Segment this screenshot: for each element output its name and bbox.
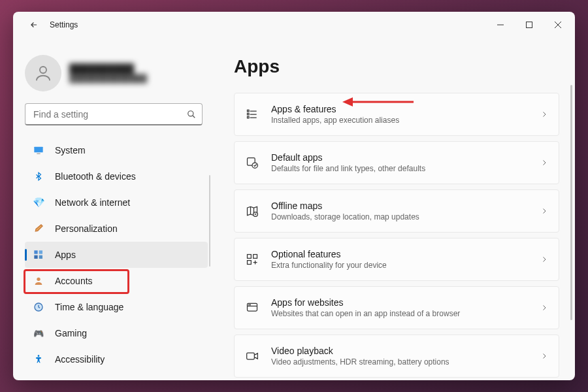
sidebar-item-gaming[interactable]: 🎮 Gaming bbox=[25, 320, 208, 346]
card-offline-maps[interactable]: Offline maps Downloads, storage location… bbox=[234, 189, 559, 233]
accessibility-icon bbox=[33, 353, 44, 365]
card-title: Video playback bbox=[271, 346, 529, 356]
sidebar: ██████████ ██████████████ System bbox=[13, 38, 216, 380]
sidebar-item-bluetooth[interactable]: Bluetooth & devices bbox=[25, 163, 208, 189]
card-text: Offline maps Downloads, storage location… bbox=[271, 201, 529, 221]
svg-rect-23 bbox=[248, 255, 252, 259]
brush-icon bbox=[33, 223, 44, 235]
website-app-icon bbox=[245, 301, 259, 315]
sidebar-item-personalization[interactable]: Personalization bbox=[25, 216, 208, 242]
svg-point-2 bbox=[40, 67, 46, 73]
gamepad-icon: 🎮 bbox=[33, 327, 44, 339]
card-optional-features[interactable]: Optional features Extra functionality fo… bbox=[234, 238, 559, 281]
chevron-right-icon bbox=[540, 255, 548, 263]
window-body: ██████████ ██████████████ System bbox=[13, 38, 575, 380]
svg-point-11 bbox=[37, 278, 40, 281]
card-title: Default apps bbox=[271, 152, 529, 163]
sidebar-item-label: Personalization bbox=[55, 223, 118, 234]
user-row[interactable]: ██████████ ██████████████ bbox=[25, 55, 210, 91]
content-scrollbar[interactable] bbox=[570, 85, 572, 320]
svg-rect-17 bbox=[248, 110, 250, 112]
svg-rect-24 bbox=[253, 255, 257, 259]
sidebar-item-time[interactable]: Time & language bbox=[25, 294, 208, 320]
window-controls bbox=[486, 15, 572, 35]
svg-rect-25 bbox=[248, 261, 252, 265]
sidebar-item-label: Time & language bbox=[55, 302, 123, 312]
card-subtitle: Websites that can open in an app instead… bbox=[271, 309, 529, 318]
sidebar-item-apps[interactable]: Apps bbox=[25, 242, 208, 268]
svg-rect-5 bbox=[34, 147, 42, 153]
card-title: Offline maps bbox=[271, 201, 529, 211]
sidebar-item-label: Apps bbox=[55, 250, 76, 260]
svg-rect-18 bbox=[248, 113, 250, 115]
card-text: Default apps Defaults for file and link … bbox=[271, 152, 529, 173]
svg-point-29 bbox=[250, 304, 251, 305]
card-title: Optional features bbox=[271, 249, 529, 259]
monitor-icon bbox=[33, 144, 44, 156]
settings-window: Settings ██████████ ██████████████ bbox=[13, 12, 575, 380]
main-content: Apps Apps & features Installed apps, app… bbox=[216, 38, 575, 380]
chevron-right-icon bbox=[540, 304, 548, 312]
bluetooth-icon bbox=[33, 171, 44, 182]
minimize-button[interactable] bbox=[486, 15, 515, 35]
card-text: Video playback Video adjustments, HDR st… bbox=[271, 346, 529, 367]
card-subtitle: Video adjustments, HDR streaming, batter… bbox=[271, 357, 529, 367]
user-email: ██████████████ bbox=[69, 74, 147, 83]
sidebar-item-accessibility[interactable]: Accessibility bbox=[25, 346, 208, 372]
card-subtitle: Installed apps, app execution aliases bbox=[271, 116, 529, 125]
default-app-icon bbox=[245, 155, 259, 170]
sidebar-item-label: Bluetooth & devices bbox=[55, 171, 136, 182]
card-subtitle: Extra functionality for your device bbox=[271, 261, 529, 270]
person-icon bbox=[33, 275, 44, 287]
sidebar-item-label: System bbox=[55, 145, 86, 155]
card-text: Apps for websites Websites that can open… bbox=[271, 297, 529, 318]
map-icon bbox=[245, 204, 259, 218]
video-icon bbox=[245, 349, 259, 363]
sidebar-scrollbar[interactable] bbox=[209, 175, 210, 267]
card-video-playback[interactable]: Video playback Video adjustments, HDR st… bbox=[234, 335, 559, 378]
close-button[interactable] bbox=[544, 15, 572, 35]
page-title: Apps bbox=[234, 56, 559, 77]
svg-rect-6 bbox=[37, 154, 40, 154]
svg-point-3 bbox=[188, 111, 193, 116]
sidebar-item-label: Accessibility bbox=[55, 354, 105, 365]
sidebar-item-label: Network & internet bbox=[55, 197, 130, 208]
svg-rect-10 bbox=[39, 255, 42, 259]
user-info: ██████████ ██████████████ bbox=[69, 63, 147, 83]
card-title: Apps for websites bbox=[271, 297, 529, 308]
card-apps-features[interactable]: Apps & features Installed apps, app exec… bbox=[234, 93, 559, 136]
svg-rect-7 bbox=[34, 250, 37, 253]
svg-line-4 bbox=[193, 116, 195, 118]
sidebar-item-system[interactable]: System bbox=[25, 137, 208, 163]
nav-list: System Bluetooth & devices 💎 Network & i… bbox=[25, 137, 210, 372]
chevron-right-icon bbox=[540, 352, 548, 360]
svg-point-28 bbox=[249, 304, 250, 305]
maximize-button[interactable] bbox=[515, 15, 544, 35]
card-subtitle: Downloads, storage location, map updates bbox=[271, 212, 529, 221]
chevron-right-icon bbox=[540, 110, 548, 118]
clock-globe-icon bbox=[33, 301, 44, 313]
search-wrap bbox=[25, 103, 203, 125]
sidebar-item-network[interactable]: 💎 Network & internet bbox=[25, 189, 208, 216]
wifi-icon: 💎 bbox=[33, 197, 44, 208]
chevron-right-icon bbox=[540, 207, 548, 215]
card-default-apps[interactable]: Default apps Defaults for file and link … bbox=[234, 141, 559, 184]
back-button[interactable] bbox=[24, 14, 44, 35]
sidebar-item-accounts[interactable]: Accounts bbox=[25, 268, 208, 294]
card-apps-for-websites[interactable]: Apps for websites Websites that can open… bbox=[234, 286, 559, 329]
svg-rect-9 bbox=[34, 255, 37, 259]
list-icon bbox=[245, 107, 259, 122]
sidebar-item-label: Accounts bbox=[55, 276, 93, 286]
cards-list: Apps & features Installed apps, app exec… bbox=[234, 93, 559, 380]
svg-rect-19 bbox=[248, 116, 250, 118]
svg-rect-8 bbox=[39, 250, 42, 253]
titlebar: Settings bbox=[13, 12, 575, 38]
card-title: Apps & features bbox=[271, 104, 529, 114]
search-icon bbox=[187, 110, 196, 119]
card-subtitle: Defaults for file and link types, other … bbox=[271, 164, 529, 173]
add-feature-icon bbox=[245, 252, 259, 267]
svg-point-13 bbox=[38, 355, 40, 357]
search-input[interactable] bbox=[25, 103, 203, 125]
chevron-right-icon bbox=[540, 159, 548, 167]
avatar bbox=[25, 55, 61, 91]
